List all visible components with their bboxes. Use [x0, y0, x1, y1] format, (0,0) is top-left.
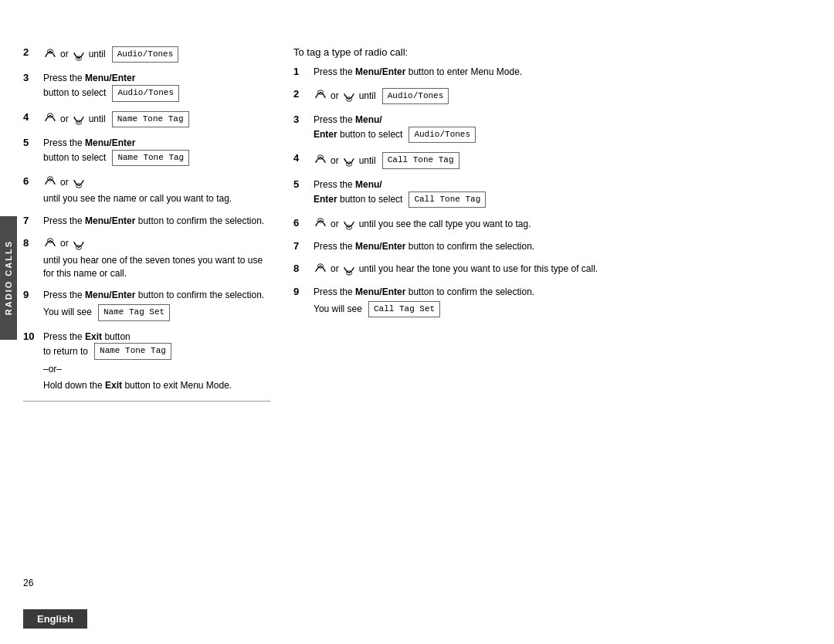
step-7-content: Press the Menu/Enter button to confirm t… — [43, 215, 270, 228]
step-num-5: 5 — [23, 137, 37, 148]
r-step-num-9: 9 — [293, 286, 307, 297]
r-step-4-content: or until Call Tone Tag — [314, 152, 811, 168]
r-step-5: 5 Press the Menu/ Enter button to select… — [293, 178, 811, 208]
or-divider: –or– — [43, 363, 270, 376]
left-divider — [23, 401, 270, 402]
step-9: 9 Press the Menu/Enter button to confirm… — [23, 289, 270, 320]
r-step-6: 6 or until you see the call type you wan… — [293, 217, 811, 231]
left-column: 2 or until Audio/Tones 3 Press the Menu/… — [23, 46, 270, 598]
r-step-6-content: or until you see the call type you want … — [314, 217, 811, 231]
arrow-up-icon-8 — [43, 237, 57, 251]
r-arrow-up-6 — [314, 217, 327, 231]
lcd-step9: Name Tag Set — [98, 304, 170, 320]
r-step-3-content: Press the Menu/ Enter button to select A… — [314, 114, 811, 143]
r-step-num-4: 4 — [293, 152, 307, 164]
r-step-7-content: Press the Menu/Enter button to confirm t… — [314, 240, 811, 253]
r-lcd-step9: Call Tag Set — [368, 301, 440, 317]
r-step-5-content: Press the Menu/ Enter button to select C… — [314, 178, 811, 208]
step-num-2: 2 — [23, 46, 37, 58]
step-3: 3 Press the Menu/Enter button to select … — [23, 72, 270, 101]
arrow-up-icon-6 — [43, 175, 57, 189]
page-number: 26 — [23, 578, 33, 588]
r-step-3: 3 Press the Menu/ Enter button to select… — [293, 114, 811, 143]
arrow-down-icon-8 — [72, 237, 86, 251]
section-header: To tag a type of radio call: — [293, 46, 811, 58]
r-step-num-7: 7 — [293, 240, 307, 252]
r-lcd-step3: Audio/Tones — [409, 127, 476, 143]
step-10-content: Press the Exit button to return to Name … — [43, 330, 270, 392]
arrow-down-icon-6 — [72, 175, 86, 189]
step-num-8: 8 — [23, 237, 37, 249]
side-tab-label: RADIO CALLS — [4, 240, 13, 315]
step-num-3: 3 — [23, 72, 37, 83]
r-step-9: 9 Press the Menu/Enter button to confirm… — [293, 286, 811, 317]
step-6: 6 or until you see the name or call you … — [23, 175, 270, 205]
r-arrow-down-6 — [342, 217, 356, 231]
step-3-content: Press the Menu/Enter button to select Au… — [43, 72, 270, 101]
side-tab: RADIO CALLS — [0, 216, 17, 340]
r-step-9-content: Press the Menu/Enter button to confirm t… — [314, 286, 811, 317]
r-step-num-8: 8 — [293, 263, 307, 274]
r-arrow-down-4 — [342, 154, 356, 168]
step-5: 5 Press the Menu/Enter button to select … — [23, 137, 270, 166]
r-arrow-up-2 — [314, 89, 327, 103]
main-content: 2 or until Audio/Tones 3 Press the Menu/… — [23, 46, 811, 598]
r-step-1: 1 Press the Menu/Enter button to enter M… — [293, 66, 811, 79]
r-step-num-3: 3 — [293, 114, 307, 125]
step-num-6: 6 — [23, 175, 37, 187]
lcd-step2: Audio/Tones — [112, 46, 179, 63]
r-step-num-1: 1 — [293, 66, 307, 77]
arrow-down-icon-4 — [72, 112, 86, 126]
r-lcd-step2: Audio/Tones — [382, 88, 449, 104]
step-4: 4 or until Name Tone Tag — [23, 111, 270, 127]
step-num-7: 7 — [23, 215, 37, 226]
lcd-step10: Name Tone Tag — [94, 343, 171, 359]
r-step-8: 8 or until you hear the tone you want to… — [293, 263, 811, 276]
r-step-num-2: 2 — [293, 88, 307, 100]
step-9-content: Press the Menu/Enter button to confirm t… — [43, 289, 270, 320]
arrow-down-icon — [72, 48, 86, 62]
lcd-step5: Name Tone Tag — [112, 150, 189, 166]
step-2: 2 or until Audio/Tones — [23, 46, 270, 63]
lcd-step3: Audio/Tones — [112, 85, 179, 101]
r-lcd-step4: Call Tone Tag — [382, 152, 459, 168]
step-8: 8 or until you hear one of the seven ton… — [23, 237, 270, 280]
step-7: 7 Press the Menu/Enter button to confirm… — [23, 215, 270, 228]
r-arrow-down-2 — [342, 89, 356, 103]
r-step-8-content: or until you hear the tone you want to u… — [314, 263, 811, 276]
step-6-content: or until you see the name or call you wa… — [43, 175, 270, 205]
r-arrow-down-8 — [342, 263, 356, 276]
r-arrow-up-8 — [314, 263, 327, 276]
step-2-content: or until Audio/Tones — [43, 46, 270, 63]
arrow-up-icon-4 — [43, 112, 57, 126]
r-step-4: 4 or until Call Tone Tag — [293, 152, 811, 168]
r-step-num-5: 5 — [293, 178, 307, 190]
r-arrow-up-4 — [314, 154, 327, 168]
step-4-content: or until Name Tone Tag — [43, 111, 270, 127]
r-step-2-content: or until Audio/Tones — [314, 88, 811, 104]
language-label: English — [23, 609, 87, 629]
r-step-7: 7 Press the Menu/Enter button to confirm… — [293, 240, 811, 253]
step-8-content: or until you hear one of the seven tones… — [43, 237, 270, 280]
lcd-step4: Name Tone Tag — [112, 111, 189, 127]
r-lcd-step5: Call Tone Tag — [409, 192, 486, 208]
r-step-1-content: Press the Menu/Enter button to enter Men… — [314, 66, 811, 79]
r-step-2: 2 or until Audio/Tones — [293, 88, 811, 104]
step-10: 10 Press the Exit button to return to Na… — [23, 330, 270, 392]
r-step-num-6: 6 — [293, 217, 307, 229]
arrow-up-icon — [43, 48, 57, 62]
step-num-9: 9 — [23, 289, 37, 300]
step-num-4: 4 — [23, 111, 37, 123]
step-5-content: Press the Menu/Enter button to select Na… — [43, 137, 270, 166]
step-num-10: 10 — [23, 330, 37, 342]
right-column: To tag a type of radio call: 1 Press the… — [293, 46, 811, 598]
